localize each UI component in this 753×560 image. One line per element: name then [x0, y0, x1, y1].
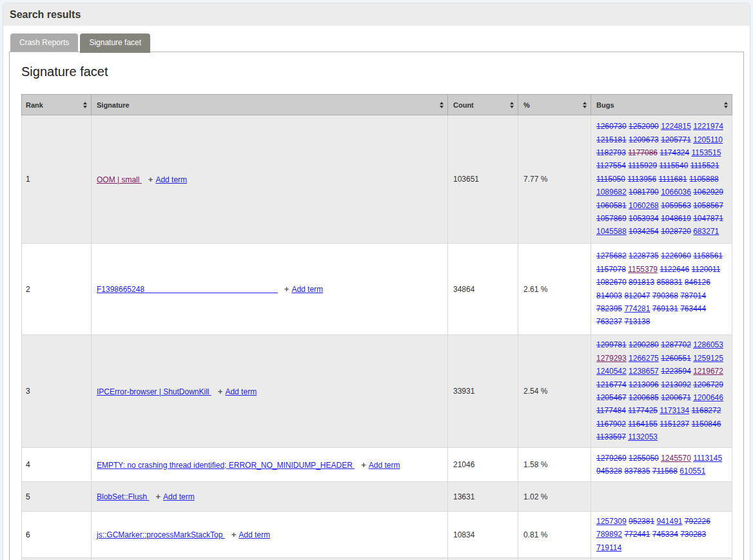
column-header-signature[interactable]: Signature — [92, 95, 448, 115]
bug-link[interactable]: 1122646 — [660, 265, 689, 274]
bug-link[interactable]: 1279293 — [596, 354, 627, 363]
bug-link[interactable]: 789892 — [596, 530, 622, 539]
bug-link[interactable]: 1215181 — [596, 135, 627, 144]
tab-crash-reports[interactable]: Crash Reports — [10, 34, 78, 52]
bug-link[interactable]: 1115540 — [659, 161, 688, 170]
bug-link[interactable]: 1224815 — [661, 122, 691, 131]
add-term-link[interactable]: Add term — [369, 461, 400, 470]
bug-link[interactable]: 1028720 — [661, 227, 691, 236]
bug-link[interactable]: 1238657 — [629, 367, 659, 376]
bug-link[interactable]: 1060581 — [596, 201, 627, 210]
bug-link[interactable]: 1167902 — [596, 420, 626, 429]
bug-link[interactable]: 1168272 — [692, 406, 721, 415]
bug-link[interactable]: 1205771 — [661, 135, 691, 144]
bug-link[interactable]: 1155379 — [628, 265, 658, 274]
bug-link[interactable]: 941491 — [656, 517, 682, 526]
bug-link[interactable]: 1132053 — [628, 432, 658, 441]
sort-icon[interactable] — [724, 102, 729, 108]
bug-link[interactable]: 1157078 — [596, 265, 626, 274]
bug-link[interactable]: 837835 — [624, 467, 650, 476]
bug-link[interactable]: 1205467 — [596, 393, 627, 402]
bug-link[interactable]: 1115521 — [690, 161, 719, 170]
bug-link[interactable]: 1158561 — [693, 251, 723, 260]
column-header-percent[interactable]: % — [518, 95, 591, 115]
bug-link[interactable]: 1153515 — [692, 148, 721, 157]
bug-link[interactable]: 814003 — [596, 291, 622, 300]
bug-link[interactable]: 1150846 — [692, 420, 721, 429]
bug-link[interactable]: 763444 — [680, 304, 706, 313]
bug-link[interactable]: 1213092 — [661, 380, 691, 389]
bug-link[interactable]: 891813 — [629, 278, 654, 287]
bug-link[interactable]: 1053934 — [629, 214, 659, 223]
bug-link[interactable]: 1286053 — [693, 340, 723, 349]
signature-link[interactable]: OOM | small — [97, 175, 142, 184]
add-term-link[interactable]: Add term — [291, 285, 323, 294]
bug-link[interactable]: 945328 — [596, 467, 622, 476]
bug-link[interactable]: 772441 — [624, 530, 650, 539]
bug-link[interactable]: 1226960 — [661, 251, 691, 260]
add-term-link[interactable]: Add term — [155, 175, 187, 184]
bug-link[interactable]: 683271 — [693, 227, 719, 236]
bug-link[interactable]: 1213096 — [629, 380, 659, 389]
bug-link[interactable]: 1279269 — [596, 454, 627, 463]
bug-link[interactable]: 846126 — [685, 278, 710, 287]
bug-link[interactable]: 792226 — [685, 517, 710, 526]
bug-link[interactable]: 1287702 — [661, 340, 691, 349]
sort-icon[interactable] — [440, 102, 444, 108]
bug-link[interactable]: 1062929 — [693, 188, 723, 197]
bug-link[interactable]: 1257309 — [596, 517, 627, 526]
sort-icon[interactable] — [83, 102, 88, 108]
bug-link[interactable]: 1105888 — [689, 175, 719, 184]
bug-link[interactable]: 719114 — [596, 543, 621, 552]
bug-link[interactable]: 1216774 — [596, 380, 627, 389]
bug-link[interactable]: 1151237 — [660, 420, 689, 429]
bug-link[interactable]: 1290280 — [629, 340, 659, 349]
bug-link[interactable]: 711568 — [652, 467, 678, 476]
bug-link[interactable]: 1115050 — [596, 175, 625, 184]
bug-link[interactable]: 1082670 — [596, 278, 627, 287]
bug-link[interactable]: 1266275 — [629, 354, 659, 363]
bug-link[interactable]: 769131 — [652, 304, 678, 313]
bug-link[interactable]: 1228735 — [629, 251, 659, 260]
bug-link[interactable]: 1205110 — [693, 135, 723, 144]
bug-link[interactable]: 1245570 — [661, 454, 691, 463]
bug-link[interactable]: 1045588 — [596, 227, 627, 236]
bug-link[interactable]: 1177425 — [628, 406, 658, 415]
bug-link[interactable]: 1133597 — [596, 432, 626, 441]
signature-link[interactable]: BlobSet::Flush — [97, 492, 149, 501]
bug-link[interactable]: 1260730 — [596, 122, 627, 131]
bug-link[interactable]: 1255050 — [629, 454, 659, 463]
bug-link[interactable]: 1260551 — [661, 354, 691, 363]
bug-link[interactable]: 790368 — [652, 291, 678, 300]
bug-link[interactable]: 1219672 — [693, 367, 723, 376]
bug-link[interactable]: 1089682 — [596, 188, 627, 197]
column-header-bugs[interactable]: Bugs — [591, 95, 732, 115]
bug-link[interactable]: 1127554 — [596, 161, 626, 170]
bug-link[interactable]: 1259125 — [693, 354, 723, 363]
add-term-link[interactable]: Add term — [225, 387, 257, 396]
bug-link[interactable]: 1200646 — [693, 393, 723, 402]
bug-link[interactable]: 1206729 — [693, 380, 723, 389]
bug-link[interactable]: 1113145 — [693, 454, 722, 463]
bug-link[interactable]: 1200671 — [661, 393, 691, 402]
signature-link[interactable]: js::GCMarker::processMarkStackTop — [97, 530, 225, 539]
bug-link[interactable]: 1113956 — [627, 175, 656, 184]
column-header-rank[interactable]: Rank — [22, 95, 92, 115]
bug-link[interactable]: 952381 — [629, 517, 654, 526]
signature-link[interactable]: EMPTY: no crashing thread identified; ER… — [97, 461, 355, 470]
bug-link[interactable]: 1058567 — [693, 201, 723, 210]
bug-link[interactable]: 1177484 — [596, 406, 626, 415]
sort-icon[interactable] — [510, 102, 514, 108]
bug-link[interactable]: 1115929 — [628, 161, 657, 170]
bug-link[interactable]: 1221974 — [693, 122, 723, 131]
bug-link[interactable]: 1299781 — [596, 340, 627, 349]
bug-link[interactable]: 713138 — [624, 317, 650, 326]
bug-link[interactable]: 774281 — [624, 304, 650, 313]
bug-link[interactable]: 1177086 — [628, 148, 658, 157]
bug-link[interactable]: 812047 — [624, 291, 650, 300]
bug-link[interactable]: 1275682 — [596, 251, 627, 260]
bug-link[interactable]: 1240542 — [596, 367, 627, 376]
bug-link[interactable]: 1120011 — [692, 265, 721, 274]
bug-link[interactable]: 1174324 — [660, 148, 689, 157]
tab-signature-facet[interactable]: Signature facet — [80, 34, 150, 53]
